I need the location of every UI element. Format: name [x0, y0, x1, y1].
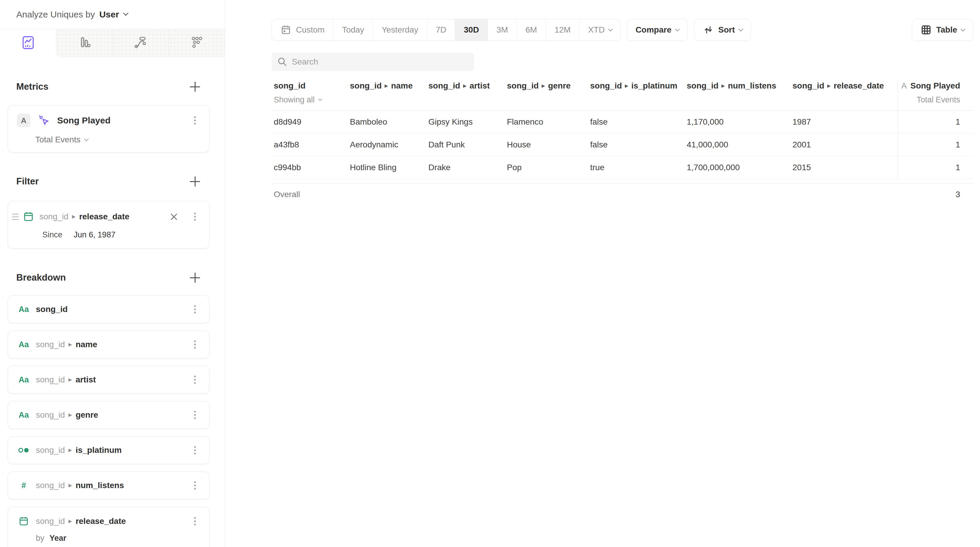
- range-7d-button[interactable]: 7D: [427, 19, 455, 41]
- kebab-menu-icon[interactable]: [188, 515, 202, 528]
- overall-label: Overall: [274, 184, 350, 205]
- breakdown-card[interactable]: Aa song_id ▸ artist: [8, 366, 210, 394]
- breakdown-card[interactable]: # song_id ▸ num_listens: [8, 471, 210, 499]
- search-input[interactable]: [292, 57, 469, 67]
- add-breakdown-button[interactable]: [190, 273, 200, 283]
- results-table: song_id Showing all song_id▸name song_id…: [272, 79, 973, 205]
- chevron-down-icon: [608, 27, 613, 32]
- remove-filter-icon[interactable]: [169, 212, 178, 221]
- breakdown-property-prefix: song_id: [36, 340, 65, 349]
- breakdown-card[interactable]: Aa song_id: [8, 295, 210, 323]
- add-filter-button[interactable]: [190, 176, 200, 187]
- range-6m-button[interactable]: 6M: [517, 19, 546, 41]
- number-type-icon: #: [17, 481, 30, 490]
- chevron-down-icon: [675, 27, 679, 32]
- breakdown-card[interactable]: Aa song_id ▸ genre: [8, 401, 210, 429]
- cell-release-date: 2015: [792, 156, 898, 179]
- sort-button[interactable]: Sort: [694, 19, 751, 41]
- cell-name: Bamboleo: [350, 111, 428, 133]
- filter-property-prefix: song_id: [40, 212, 68, 221]
- kebab-menu-icon[interactable]: [188, 338, 202, 351]
- filter-operator-dropdown[interactable]: Since: [42, 230, 62, 239]
- breakdown-card[interactable]: song_id ▸ is_platinum: [8, 436, 210, 464]
- showing-all-dropdown[interactable]: Showing all: [274, 95, 350, 110]
- range-30d-button[interactable]: 30D: [455, 19, 487, 41]
- metric-letter: A: [901, 81, 907, 90]
- tab-funnels[interactable]: [56, 29, 112, 57]
- search-icon: [277, 57, 288, 67]
- range-yesterday-button[interactable]: Yesterday: [373, 19, 427, 41]
- chevron-down-icon: [961, 27, 966, 32]
- range-custom-button[interactable]: Custom: [272, 19, 333, 41]
- add-metric-button[interactable]: [190, 82, 200, 92]
- cell-metric-value: 1: [898, 111, 973, 133]
- analysis-header-label: Analyze Uniques by: [16, 10, 95, 19]
- filter-value-button[interactable]: Jun 6, 1987: [74, 230, 116, 239]
- breakdown-property-prefix: song_id: [36, 481, 65, 490]
- table-row[interactable]: c994bb Hotline Bling Drake Pop true 1,70…: [272, 156, 973, 179]
- column-header-num-listens[interactable]: song_id▸num_listens: [687, 81, 792, 90]
- column-header-artist[interactable]: song_id▸artist: [428, 81, 507, 90]
- column-header-genre[interactable]: song_id▸genre: [507, 81, 590, 90]
- breakdown-property-name: release_date: [76, 517, 126, 526]
- tab-flows[interactable]: [112, 29, 169, 57]
- cell-song-id: c994bb: [274, 156, 350, 179]
- cell-artist: Drake: [428, 156, 507, 179]
- kebab-menu-icon[interactable]: [188, 373, 202, 386]
- report-toolbar: Custom Today Yesterday 7D 30D 3M 6M 12M …: [272, 19, 973, 41]
- filter-card[interactable]: song_id ▸ release_date Since Jun 6, 1987: [8, 201, 210, 249]
- aggregation-dropdown[interactable]: Total Events: [17, 135, 202, 144]
- text-type-icon: Aa: [17, 340, 30, 349]
- sort-arrows-icon: [703, 24, 714, 35]
- cell-genre: Flamenco: [507, 111, 590, 133]
- kebab-menu-icon[interactable]: [188, 210, 202, 223]
- overall-metric-value: 3: [898, 184, 973, 205]
- cell-is-platinum: false: [590, 111, 687, 133]
- kebab-menu-icon[interactable]: [188, 409, 202, 422]
- breadcrumb-arrow-icon: ▸: [625, 82, 628, 90]
- column-header-name[interactable]: song_id▸name: [350, 81, 428, 90]
- text-type-icon: Aa: [17, 305, 30, 314]
- kebab-menu-icon[interactable]: [188, 114, 202, 127]
- cell-release-date: 1987: [792, 111, 898, 133]
- compare-button[interactable]: Compare: [627, 19, 687, 41]
- column-header-metric[interactable]: A Song Played: [898, 81, 973, 90]
- column-header-song-id[interactable]: song_id: [274, 81, 350, 90]
- text-type-icon: Aa: [17, 375, 30, 385]
- drag-handle-icon[interactable]: [12, 214, 19, 220]
- range-today-button[interactable]: Today: [333, 19, 373, 41]
- view-type-dropdown[interactable]: Table: [912, 19, 973, 41]
- table-row[interactable]: a43fb8 Aerodynamic Daft Punk House false…: [272, 133, 973, 156]
- cell-is-platinum: false: [590, 133, 687, 156]
- breakdown-property-name: artist: [76, 375, 96, 385]
- query-builder-sidebar: Analyze Uniques by User: [0, 0, 225, 547]
- breakdown-card[interactable]: Aa song_id ▸ name: [8, 331, 210, 358]
- range-xtd-dropdown[interactable]: XTD: [579, 19, 620, 41]
- report-type-tabstrip: [0, 29, 225, 57]
- event-cursor-icon: [38, 114, 51, 127]
- chevron-down-icon: [738, 27, 743, 32]
- column-header-release-date[interactable]: song_id▸release_date: [792, 81, 898, 90]
- range-12m-button[interactable]: 12M: [546, 19, 579, 41]
- cell-num-listens: 1,170,000: [687, 111, 792, 133]
- kebab-menu-icon[interactable]: [188, 479, 202, 492]
- tab-retention[interactable]: [169, 29, 225, 57]
- breadcrumb-arrow-icon: ▸: [827, 82, 831, 90]
- cell-num-listens: 41,000,000: [687, 133, 792, 156]
- breakdown-bucket-dropdown[interactable]: by Year: [17, 534, 202, 543]
- kebab-menu-icon[interactable]: [188, 444, 202, 457]
- date-type-icon: [17, 516, 30, 526]
- breadcrumb-arrow-icon: ▸: [385, 82, 388, 90]
- bar-chart-icon: [78, 35, 91, 50]
- breadcrumb-arrow-icon: ▸: [463, 82, 466, 90]
- table-row[interactable]: d8d949 Bamboleo Gipsy Kings Flamenco fal…: [272, 111, 973, 133]
- cell-is-platinum: true: [590, 156, 687, 179]
- tab-insights[interactable]: [0, 29, 56, 57]
- breadcrumb-arrow-icon: ▸: [721, 82, 725, 90]
- column-header-is-platinum[interactable]: song_id▸is_platinum: [590, 81, 687, 90]
- kebab-menu-icon[interactable]: [188, 303, 202, 316]
- range-3m-button[interactable]: 3M: [488, 19, 517, 41]
- entity-dropdown[interactable]: User: [99, 10, 128, 19]
- metric-card[interactable]: A Song Played Total Events: [8, 105, 210, 152]
- breakdown-card[interactable]: song_id ▸ release_date by Year: [8, 507, 210, 547]
